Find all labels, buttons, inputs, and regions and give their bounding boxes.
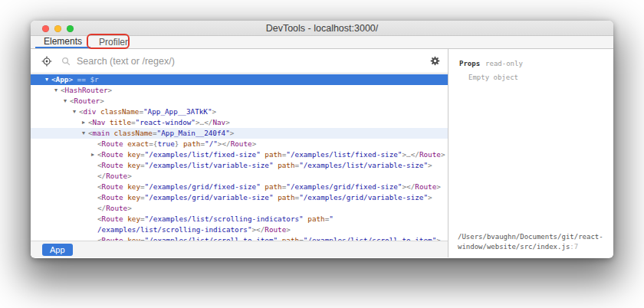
tree-row[interactable]: ▾<App> == $r (31, 74, 448, 85)
settings-button[interactable] (430, 56, 440, 66)
tree-row[interactable]: <Route key="/examples/list/scrolling-ind… (31, 214, 448, 235)
breadcrumb-bar: App (31, 241, 448, 257)
tree-row[interactable]: ▸<Nav title="react-window">…</Nav> (31, 117, 448, 128)
props-pane: Propsread-only Empty object /Users/bvaug… (449, 49, 613, 257)
tree-row[interactable]: ▸<Route key="/examples/list/fixed-size" … (31, 149, 448, 160)
chevron-down-icon[interactable]: ▾ (79, 128, 88, 139)
window-title: DevTools - localhost:3000/ (31, 23, 613, 34)
chevron-down-icon[interactable]: ▾ (51, 85, 61, 96)
tab-bar: Elements Profiler (31, 36, 613, 49)
tree-row[interactable]: ▾<main className="App_Main__240f4"> (31, 128, 448, 139)
search-bar (31, 49, 448, 74)
chevron-down-icon[interactable]: ▾ (70, 106, 79, 117)
tree-row[interactable]: <Route key="/examples/grid/fixed-size" p… (31, 182, 448, 192)
tree-row[interactable]: ▾<HashRouter> (31, 85, 448, 96)
titlebar: DevTools - localhost:3000/ (31, 21, 613, 36)
tree-row[interactable]: ▾<Router> (31, 96, 448, 106)
tab-profiler[interactable]: Profiler (90, 36, 136, 48)
chevron-down-icon[interactable]: ▾ (42, 74, 51, 85)
tree-row[interactable]: <Route key="/examples/grid/variable-size… (31, 192, 448, 214)
source-path-line1: /Users/bvaughn/Documents/git/react- (458, 233, 603, 241)
source-path-line2: window/website/src/index.js (458, 243, 570, 251)
breadcrumb-item[interactable]: App (42, 244, 73, 256)
tab-elements[interactable]: Elements (35, 36, 90, 48)
gear-icon (430, 56, 440, 66)
source-file-link[interactable]: /Users/bvaughn/Documents/git/react-windo… (458, 232, 610, 252)
tree-row[interactable]: <Route key="/examples/list/scroll-to-ite… (31, 235, 448, 241)
inspect-element-icon[interactable] (41, 56, 52, 67)
chevron-right-icon[interactable]: ▸ (79, 117, 88, 128)
tree-row[interactable]: ▾<div className="App_App__3ATkK"> (31, 106, 448, 117)
component-tree: ▾<App> == $r▾<HashRouter>▾<Router>▾<div … (31, 74, 448, 241)
search-input[interactable] (77, 56, 424, 67)
devtools-window: DevTools - localhost:3000/ Elements Prof… (31, 21, 613, 258)
search-icon (61, 57, 71, 66)
props-empty-object: Empty object (449, 67, 613, 81)
elements-pane: ▾<App> == $r▾<HashRouter>▾<Router>▾<div … (31, 49, 449, 257)
props-panel-title: Props (459, 60, 480, 67)
chevron-down-icon[interactable]: ▾ (61, 96, 70, 106)
props-readonly-badge: read-only (485, 60, 523, 67)
tree-row[interactable]: <Route exact={true} path="/"></Route> (31, 139, 448, 149)
source-line-number: :7 (570, 243, 578, 251)
chevron-right-icon[interactable]: ▸ (88, 149, 97, 160)
tree-row[interactable]: <Route key="/examples/list/variable-size… (31, 160, 448, 182)
